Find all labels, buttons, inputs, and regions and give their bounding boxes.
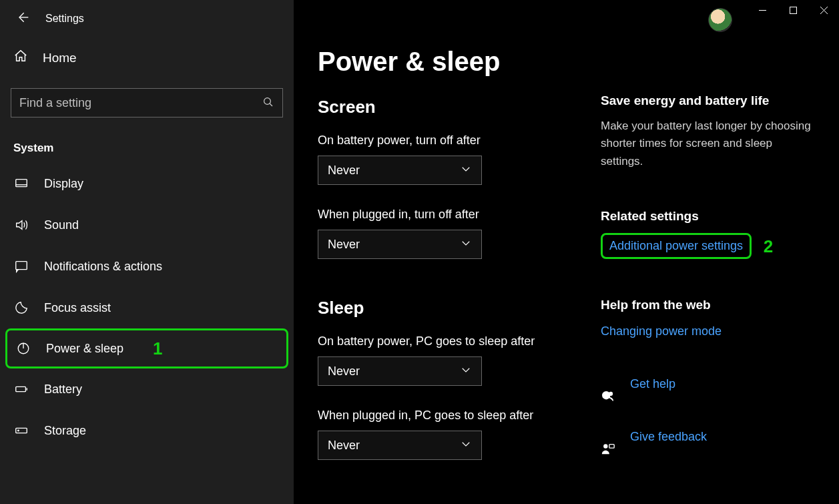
home-label: Home xyxy=(43,51,77,65)
sidebar-item-home[interactable]: Home xyxy=(0,39,294,76)
help-title: Help from the web xyxy=(601,298,812,312)
sidebar-item-sound[interactable]: Sound xyxy=(0,204,294,246)
help-from-web-block: Help from the web Changing power mode Ge… xyxy=(601,298,812,471)
search-box[interactable] xyxy=(11,88,283,117)
additional-power-settings-highlight: Additional power settings xyxy=(601,233,752,259)
titlebar: Settings xyxy=(0,4,294,39)
chevron-down-icon xyxy=(460,364,472,379)
sidebar-item-power-sleep[interactable]: Power & sleep 1 xyxy=(5,328,288,368)
svg-rect-11 xyxy=(609,445,614,449)
main: Power & sleep Screen On battery power, t… xyxy=(294,0,839,504)
sleep-plugged-dropdown[interactable]: Never xyxy=(318,431,482,460)
home-icon xyxy=(13,49,28,67)
search-icon xyxy=(262,96,274,110)
screen-battery-label: On battery power, turn off after xyxy=(318,134,581,148)
sleep-plugged-label: When plugged in, PC goes to sleep after xyxy=(318,409,581,423)
power-icon xyxy=(15,341,31,356)
sleep-battery-label: On battery power, PC goes to sleep after xyxy=(318,334,581,348)
sidebar-item-storage[interactable]: Storage xyxy=(0,410,294,451)
annotation-number-2: 2 xyxy=(764,236,773,256)
sidebar-item-label: Storage xyxy=(44,424,86,438)
sidebar-item-display[interactable]: Display xyxy=(0,163,294,204)
sidebar: Settings Home System Display Sound Notif… xyxy=(0,0,294,504)
svg-rect-4 xyxy=(16,387,26,391)
give-feedback-row[interactable]: Give feedback xyxy=(601,430,812,471)
changing-power-mode-link[interactable]: Changing power mode xyxy=(601,324,722,338)
annotation-number-1: 1 xyxy=(153,338,162,359)
section-title-screen: Screen xyxy=(318,97,581,117)
screen-plugged-dropdown[interactable]: Never xyxy=(318,230,482,259)
dropdown-value: Never xyxy=(328,439,360,453)
svg-rect-7 xyxy=(790,7,796,13)
chevron-down-icon xyxy=(460,237,472,252)
sidebar-item-label: Battery xyxy=(44,383,82,397)
chevron-down-icon xyxy=(460,163,472,178)
display-icon xyxy=(13,176,29,191)
section-title-sleep: Sleep xyxy=(318,298,581,318)
dropdown-value: Never xyxy=(328,238,360,252)
sidebar-item-label: Display xyxy=(44,177,83,191)
back-button[interactable] xyxy=(16,11,29,26)
right-column: Save energy and battery life Make your b… xyxy=(581,0,839,504)
get-help-link[interactable]: Get help xyxy=(630,377,675,391)
search-input[interactable] xyxy=(19,96,262,110)
chevron-down-icon xyxy=(460,438,472,453)
screen-plugged-label: When plugged in, turn off after xyxy=(318,208,581,222)
related-settings-block: Related settings Additional power settin… xyxy=(601,209,812,259)
app-title: Settings xyxy=(45,13,84,25)
energy-description: Make your battery last longer by choosin… xyxy=(601,117,812,170)
help-icon xyxy=(601,389,615,406)
svg-point-8 xyxy=(603,392,610,399)
additional-power-settings-link[interactable]: Additional power settings xyxy=(609,239,743,253)
svg-point-10 xyxy=(603,444,607,448)
battery-icon xyxy=(13,382,29,397)
window-controls xyxy=(747,0,839,20)
sidebar-item-notifications[interactable]: Notifications & actions xyxy=(0,246,294,287)
sidebar-item-label: Focus assist xyxy=(44,301,111,315)
svg-point-9 xyxy=(609,393,613,396)
sidebar-item-label: Notifications & actions xyxy=(44,260,162,274)
svg-rect-2 xyxy=(16,262,27,270)
notifications-icon xyxy=(13,259,29,274)
svg-point-0 xyxy=(264,97,271,104)
sidebar-item-label: Sound xyxy=(44,218,79,232)
energy-title: Save energy and battery life xyxy=(601,93,812,108)
content: Power & sleep Screen On battery power, t… xyxy=(294,0,581,504)
screen-battery-dropdown[interactable]: Never xyxy=(318,156,482,185)
storage-icon xyxy=(13,423,29,438)
sound-icon xyxy=(13,218,29,232)
related-title: Related settings xyxy=(601,209,812,224)
maximize-button[interactable] xyxy=(778,0,808,20)
sidebar-group-header: System xyxy=(0,127,294,163)
give-feedback-link[interactable]: Give feedback xyxy=(630,430,707,444)
sidebar-item-focus[interactable]: Focus assist xyxy=(0,287,294,328)
svg-point-6 xyxy=(18,430,19,431)
feedback-icon xyxy=(601,442,615,459)
page-title: Power & sleep xyxy=(318,47,581,77)
dropdown-value: Never xyxy=(328,164,360,178)
sleep-battery-dropdown[interactable]: Never xyxy=(318,356,482,386)
dropdown-value: Never xyxy=(328,364,360,379)
get-help-row[interactable]: Get help xyxy=(601,377,812,418)
svg-rect-1 xyxy=(16,180,27,187)
minimize-button[interactable] xyxy=(747,0,778,20)
focus-assist-icon xyxy=(13,300,29,315)
close-button[interactable] xyxy=(808,0,839,20)
sidebar-item-label: Power & sleep xyxy=(46,342,123,356)
sidebar-item-battery[interactable]: Battery xyxy=(0,368,294,410)
